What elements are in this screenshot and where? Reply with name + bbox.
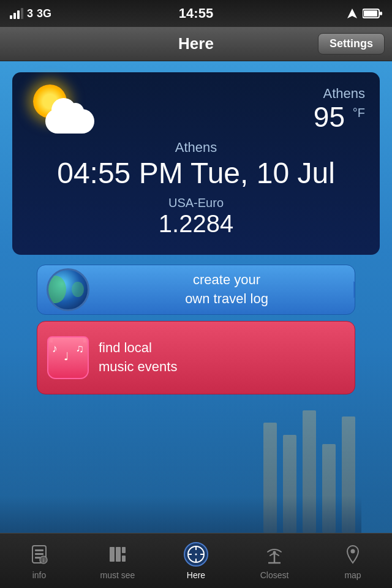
status-left: 3 3G <box>10 7 51 20</box>
travel-log-label: create your own travel log <box>99 271 355 309</box>
svg-rect-12 <box>122 547 126 553</box>
weather-temp: 95 °F <box>113 102 365 133</box>
travel-log-button[interactable]: create your own travel log <box>37 265 355 315</box>
weather-city: Athens <box>113 86 365 102</box>
svg-rect-11 <box>116 547 121 562</box>
svg-rect-7 <box>35 557 40 559</box>
map-icon <box>341 542 365 567</box>
status-bar: 3 3G 14:55 <box>0 0 392 27</box>
exchange-rate: 1.2284 <box>27 210 365 238</box>
tab-info-label: info <box>32 570 47 580</box>
svg-point-24 <box>351 549 355 553</box>
svg-rect-6 <box>35 553 43 555</box>
network-label: 3G <box>37 7 51 20</box>
here-icon <box>184 542 208 567</box>
weather-info: Athens 95 °F <box>113 86 365 133</box>
clock-time: 04:55 PM Tue, 10 Jul <box>27 156 365 191</box>
tab-map[interactable]: map <box>314 533 392 588</box>
svg-rect-13 <box>122 556 126 562</box>
music-events-label: find local music events <box>99 339 355 377</box>
svg-point-15 <box>195 553 197 555</box>
tab-here-label: Here <box>187 570 205 580</box>
signal-bars-icon <box>10 8 23 19</box>
tab-closest-label: Closest <box>260 570 289 580</box>
tab-bar: i info must see He <box>0 533 392 588</box>
weather-card: Athens 95 °F Athens 04:55 PM Tue, 10 Jul… <box>12 72 380 255</box>
svg-rect-10 <box>110 547 115 562</box>
battery-icon <box>363 8 382 19</box>
status-right <box>347 8 382 19</box>
tab-must-see[interactable]: must see <box>78 533 157 588</box>
tab-closest[interactable]: Closest <box>235 533 314 588</box>
tab-must-see-label: must see <box>100 570 135 580</box>
location-icon <box>347 8 358 19</box>
tab-here[interactable]: Here <box>157 533 235 588</box>
svg-text:i: i <box>43 557 45 564</box>
closest-icon <box>262 542 287 567</box>
music-bucket-icon: ♪ ♩ ♫ <box>37 321 99 394</box>
clock-city: Athens <box>27 140 365 156</box>
weather-top: Athens 95 °F <box>27 85 365 134</box>
svg-point-23 <box>273 551 276 554</box>
settings-button[interactable]: Settings <box>318 33 385 55</box>
tab-info[interactable]: i info <box>0 533 78 588</box>
svg-rect-3 <box>380 12 382 15</box>
page-title: Here <box>178 34 214 53</box>
svg-rect-2 <box>364 10 377 17</box>
carrier-label: 3 <box>27 7 33 20</box>
globe-icon <box>37 265 99 314</box>
exchange-label: USA-Euro <box>27 196 365 210</box>
info-icon: i <box>27 542 51 567</box>
svg-marker-0 <box>347 9 357 18</box>
cloud-icon <box>45 109 94 134</box>
tab-map-label: map <box>344 570 361 580</box>
nav-bar: Here Settings <box>0 27 392 61</box>
status-time: 14:55 <box>179 6 213 21</box>
weather-icon <box>27 85 100 134</box>
svg-rect-5 <box>35 549 43 551</box>
must-see-icon <box>105 542 130 567</box>
music-events-button[interactable]: ♪ ♩ ♫ find local music events <box>37 321 355 394</box>
clock-section: Athens 04:55 PM Tue, 10 Jul USA-Euro 1.2… <box>27 134 365 243</box>
main-content: Athens 95 °F Athens 04:55 PM Tue, 10 Jul… <box>0 61 392 533</box>
